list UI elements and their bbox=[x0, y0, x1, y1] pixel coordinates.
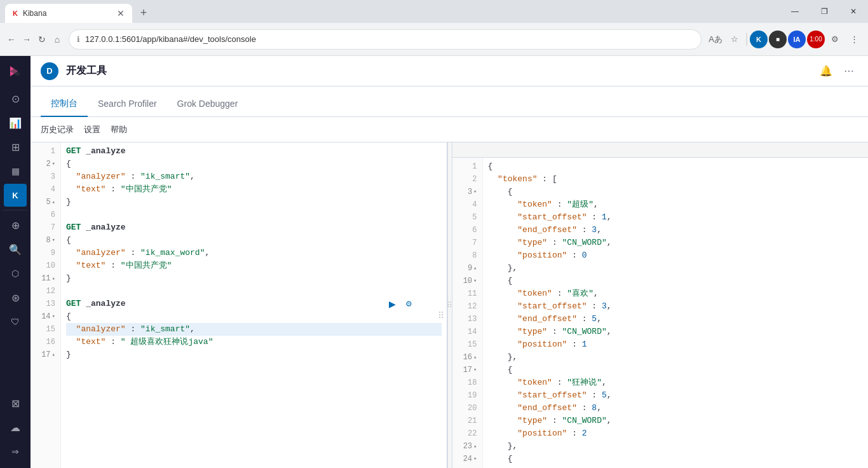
rln-13: 13 bbox=[452, 313, 482, 326]
rln-2: 2 bbox=[452, 173, 482, 186]
right-code-lines: { "tokens" : [ { bbox=[483, 158, 869, 468]
app-logo: D bbox=[41, 62, 58, 80]
right-line-numbers: 1 2 3▾ 4 5 6 7 8 9▴ 10▾ 11 bbox=[452, 158, 483, 468]
visualize-icon[interactable]: 📊 bbox=[4, 111, 27, 134]
url-text: 127.0.0.1:5601/app/kibana#/dev_tools/con… bbox=[85, 34, 256, 44]
code-line-6 bbox=[66, 209, 442, 221]
line-num-8[interactable]: 8▾ bbox=[31, 234, 60, 247]
new-tab-button[interactable]: + bbox=[135, 4, 153, 22]
extension-button-4[interactable]: 1:00 bbox=[807, 31, 825, 48]
extension-button-3[interactable]: IA bbox=[788, 31, 806, 48]
r-code-line-14: "type" : "CN_WORD", bbox=[488, 326, 864, 338]
minimize-button[interactable]: — bbox=[780, 0, 810, 23]
tab-console[interactable]: 控制台 bbox=[41, 92, 88, 117]
close-window-button[interactable]: ✕ bbox=[839, 0, 868, 23]
line-num-17[interactable]: 17▴ bbox=[31, 348, 60, 361]
bookmark-button[interactable]: ☆ bbox=[726, 31, 743, 48]
code-line-4: "text" : "中国共产党" bbox=[66, 183, 442, 196]
maximize-button[interactable]: ❐ bbox=[810, 0, 839, 23]
browser-tab-kibana[interactable]: K Kibana ✕ bbox=[5, 4, 132, 23]
line-num-5[interactable]: 5▴ bbox=[31, 196, 60, 209]
canvas-icon[interactable]: ▦ bbox=[4, 160, 27, 182]
dashboard-icon[interactable]: ⊞ bbox=[4, 135, 27, 158]
drag-handle[interactable]: ⠿ bbox=[438, 310, 444, 321]
rln-11: 11 bbox=[452, 287, 482, 300]
r-code-line-22: "position" : 2 bbox=[488, 427, 864, 440]
extensions-button[interactable]: ⚙ bbox=[826, 31, 844, 48]
rln-1: 1 bbox=[452, 160, 482, 173]
spaces-icon[interactable]: ☁ bbox=[4, 416, 27, 439]
pane-splitter[interactable]: ⠿ bbox=[447, 142, 452, 468]
management-icon[interactable]: ⊠ bbox=[4, 392, 27, 415]
r-code-line-15: "position" : 1 bbox=[488, 338, 864, 351]
help-button[interactable]: 帮助 bbox=[111, 121, 127, 138]
extension-button-1[interactable]: K bbox=[750, 31, 768, 48]
settings-button[interactable]: 设置 bbox=[84, 121, 100, 138]
forward-button[interactable]: → bbox=[20, 33, 33, 46]
line-num-11[interactable]: 11▴ bbox=[31, 272, 60, 285]
dev-tools-tabs: 控制台 Search Profiler Grok Debugger bbox=[31, 86, 868, 117]
rln-10: 10▾ bbox=[452, 275, 482, 287]
line-num-13: 13 bbox=[31, 298, 60, 310]
r-code-line-7: "type" : "CN_WORD", bbox=[488, 237, 864, 249]
github-icon[interactable]: ⬡ bbox=[4, 262, 27, 285]
home-button[interactable]: ⌂ bbox=[51, 33, 64, 46]
tab-close-btn[interactable]: ✕ bbox=[117, 8, 125, 18]
line-num-15: 15 bbox=[31, 323, 60, 336]
refresh-button[interactable]: ↻ bbox=[36, 33, 48, 46]
r-code-line-25: "token" : "java", bbox=[488, 465, 864, 468]
r-code-line-10: { bbox=[488, 275, 864, 287]
history-button[interactable]: 历史记录 bbox=[41, 121, 74, 138]
notifications-icon[interactable]: 🔔 bbox=[817, 62, 835, 80]
back-button[interactable]: ← bbox=[5, 33, 18, 46]
rln-17: 17▾ bbox=[452, 364, 482, 376]
rln-16: 16▴ bbox=[452, 351, 482, 364]
app-title: 开发工具 bbox=[66, 64, 107, 78]
sidebar: ⊙ 📊 ⊞ ▦ K ⊕ 🔍 ⬡ ⊛ 🛡 ⊠ ☁ ⇒ bbox=[0, 56, 31, 468]
rln-7: 7 bbox=[452, 237, 482, 249]
ml-icon[interactable]: ⊛ bbox=[4, 286, 27, 309]
line-num-3: 3 bbox=[31, 170, 60, 183]
extension-button-2[interactable]: ■ bbox=[769, 31, 787, 48]
r-code-line-5: "start_offset" : 1, bbox=[488, 211, 864, 224]
r-code-line-3: { bbox=[488, 186, 864, 198]
kibana-logo bbox=[5, 61, 25, 81]
run-button[interactable]: ▶ bbox=[386, 297, 400, 311]
search-icon[interactable]: 🔍 bbox=[4, 238, 27, 261]
more-button[interactable]: ⋮ bbox=[845, 31, 863, 48]
translate-button[interactable]: Aあ bbox=[707, 31, 724, 48]
monitoring-icon[interactable]: ⊕ bbox=[4, 214, 27, 237]
tab-grok-debugger[interactable]: Grok Debugger bbox=[167, 92, 248, 117]
right-pane-header bbox=[452, 142, 869, 158]
code-line-12 bbox=[66, 285, 442, 298]
rln-24: 24▾ bbox=[452, 453, 482, 465]
tab-search-profiler[interactable]: Search Profiler bbox=[88, 92, 167, 117]
r-code-line-8: "position" : 0 bbox=[488, 249, 864, 262]
code-line-13: GET _analyze ▶ ⚙ bbox=[66, 298, 442, 310]
r-code-line-11: "token" : "喜欢", bbox=[488, 287, 864, 300]
security-shield-icon[interactable]: 🛡 bbox=[4, 310, 27, 333]
discover-icon[interactable]: ⊙ bbox=[4, 87, 27, 110]
line-num-2[interactable]: 2▾ bbox=[31, 158, 60, 170]
code-line-11: } bbox=[66, 272, 442, 285]
address-bar[interactable]: ℹ 127.0.0.1:5601/app/kibana#/dev_tools/c… bbox=[69, 29, 702, 50]
r-code-line-13: "end_offset" : 5, bbox=[488, 313, 864, 326]
line-num-14[interactable]: 14▾ bbox=[31, 310, 60, 323]
line-num-12: 12 bbox=[31, 285, 60, 298]
rln-25: 25 bbox=[452, 465, 482, 468]
code-line-14: { bbox=[66, 310, 442, 323]
code-line-8: { bbox=[66, 234, 442, 247]
more-options-icon[interactable]: ⋯ bbox=[840, 62, 858, 80]
left-editor-pane[interactable]: 1 2▾ 3 4 5▴ 6 7 8▾ 9 10 11▴ 12 1 bbox=[31, 142, 447, 468]
dev-tools-icon[interactable]: K bbox=[4, 184, 27, 207]
r-code-line-19: "start_offset" : 5, bbox=[488, 389, 864, 402]
code-line-2: { bbox=[66, 158, 442, 170]
copy-button[interactable]: ⚙ bbox=[402, 297, 416, 311]
line-num-6: 6 bbox=[31, 209, 60, 221]
tab-favicon: K bbox=[13, 10, 18, 17]
collapse-sidebar-icon[interactable]: ⇒ bbox=[4, 440, 27, 463]
code-line-16: "text" : " 超级喜欢狂神说java" bbox=[66, 336, 442, 348]
rln-21: 21 bbox=[452, 415, 482, 427]
left-code-lines[interactable]: GET _analyze { "analyzer" : "ik_smart", bbox=[61, 142, 447, 468]
right-editor-pane: 1 2 3▾ 4 5 6 7 8 9▴ 10▾ 11 bbox=[452, 158, 869, 468]
